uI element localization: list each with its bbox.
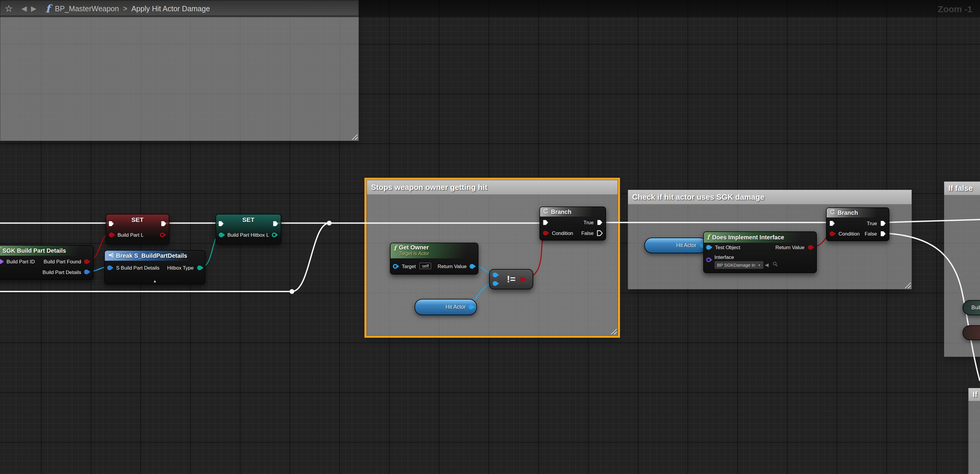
interface-select-value: BP SGKDamage In: [717, 262, 755, 268]
variable-label: Hit Actor: [676, 243, 696, 249]
reroute-dot: [327, 221, 332, 225]
struct-output-pin[interactable]: [84, 270, 89, 275]
node-hit-actor-variable[interactable]: Hit Actor: [415, 299, 477, 315]
node-title: Branch: [551, 209, 571, 215]
separator: [17, 3, 17, 14]
node-subtitle: Target is Actor: [399, 251, 429, 256]
pin-label: Interface: [714, 254, 734, 260]
pin-label: Condition: [838, 231, 860, 237]
node-title: Does Implement Interface: [712, 234, 784, 241]
bool-output-pin[interactable]: [160, 233, 165, 237]
branch-icon: [543, 208, 549, 215]
bool-output-pin[interactable]: [808, 245, 813, 250]
exec-false-pin[interactable]: [880, 230, 886, 237]
node-bu-variable-partial[interactable]: Bu: [963, 325, 980, 340]
pin-label: Return Value: [775, 245, 804, 251]
function-icon: f: [707, 234, 710, 241]
pin-label: False: [864, 231, 877, 237]
node-branch-2[interactable]: Branch True Condition False: [826, 207, 889, 241]
node-break-s-buildpartdetails[interactable]: Break S_BuildPartDetails S Build Part De…: [104, 250, 205, 284]
object-output-pin[interactable]: [469, 305, 473, 309]
node-set-build-part-l[interactable]: SET Build Part L: [106, 214, 169, 244]
bool-input-pin[interactable]: [109, 233, 114, 237]
struct-input-pin[interactable]: [107, 265, 112, 270]
exec-true-pin[interactable]: [880, 220, 886, 227]
collapse-arrow-icon[interactable]: ▲: [105, 279, 205, 283]
bool-output-pin[interactable]: [84, 259, 89, 264]
breadcrumb-bar: ☆ ◀ ▶ f BP_MasterWeapon > Apply Hit Acto…: [0, 0, 980, 17]
forward-arrow-icon[interactable]: ▶: [31, 5, 36, 12]
object-input-pin-b[interactable]: [493, 281, 497, 286]
function-icon: f: [393, 245, 396, 252]
pin-label: Test Object: [715, 245, 740, 251]
pin-label: Return Value: [438, 264, 467, 270]
node-does-implement-interface[interactable]: fDoes Implement Interface Test Object Re…: [703, 231, 817, 273]
enum-output-pin[interactable]: [272, 233, 277, 237]
node-title: Break S_BuildPartDetails: [116, 252, 187, 259]
bool-output-pin[interactable]: [520, 277, 525, 282]
pin-label: False: [581, 230, 593, 236]
blueprint-graph-canvas[interactable]: Stops weapon owner getting hit Check if …: [0, 0, 980, 474]
target-self-field[interactable]: self: [420, 263, 431, 269]
exec-in-pin[interactable]: [542, 219, 549, 226]
pin-label: Build Part Details: [43, 270, 81, 276]
back-arrow-icon[interactable]: ◀: [21, 5, 27, 12]
enum-output-pin[interactable]: [197, 265, 202, 270]
node-title: Get Owner: [399, 244, 429, 251]
object-target-pin[interactable]: [393, 264, 398, 269]
exec-in-pin[interactable]: [108, 220, 115, 227]
pin-label: Condition: [552, 230, 573, 236]
node-title: Branch: [838, 209, 858, 216]
node-title: SET: [216, 216, 281, 223]
pin-label: S Build Part Details: [116, 265, 159, 271]
exec-in-pin[interactable]: [218, 220, 224, 227]
node-build-variable-partial[interactable]: Build: [963, 300, 980, 315]
bool-condition-pin[interactable]: [830, 231, 834, 236]
node-set-build-part-hitbox-l[interactable]: SET Build Part Hitbox L: [216, 214, 281, 244]
object-input-pin[interactable]: [706, 245, 711, 250]
operator-symbol: !=: [507, 274, 515, 285]
variable-label: Build: [971, 305, 980, 311]
function-graph-icon: f: [46, 2, 50, 15]
enum-input-pin[interactable]: [219, 233, 224, 237]
pin-label: True: [867, 221, 877, 227]
node-hit-actor-variable-2[interactable]: Hit Actor: [644, 238, 708, 253]
reroute-dot: [290, 289, 294, 294]
exec-out-pin[interactable]: [272, 220, 279, 227]
breadcrumb-current[interactable]: Apply Hit Actor Damage: [132, 5, 210, 13]
pin-label: Hitbox Type: [167, 265, 194, 271]
bool-condition-pin[interactable]: [543, 231, 548, 236]
exec-false-pin[interactable]: [597, 230, 603, 236]
node-branch-1[interactable]: Branch True Condition False: [539, 206, 606, 241]
exec-true-pin[interactable]: [597, 219, 603, 226]
object-output-pin[interactable]: [469, 264, 474, 269]
pin-label: Build Part Found: [43, 259, 81, 265]
interface-select[interactable]: BP SGKDamage In ▼: [714, 261, 764, 269]
node-title: SGK Build Part Details: [2, 247, 66, 254]
zoom-level-label: Zoom -1: [938, 4, 972, 14]
chevron-down-icon: ▼: [758, 263, 761, 267]
break-struct-icon: [108, 252, 114, 260]
pin-label: True: [584, 220, 593, 226]
branch-icon: [830, 209, 835, 216]
exec-out-pin[interactable]: [161, 220, 167, 227]
object-input-pin-a[interactable]: [493, 273, 497, 277]
pin-label: Build Part L: [118, 232, 143, 238]
variable-label: Hit Actor: [445, 304, 466, 310]
pin-label: Build Part ID: [6, 259, 35, 265]
breadcrumb-root[interactable]: BP_MasterWeapon: [55, 5, 119, 13]
pin-label: Build Part Hitbox L: [228, 232, 269, 238]
node-get-owner[interactable]: f Get Owner Target is Actor Target self …: [390, 243, 479, 275]
breadcrumb-chevron-icon: >: [123, 5, 127, 13]
pin-label: Target: [402, 264, 416, 270]
name-input-pin[interactable]: [0, 259, 2, 264]
node-sgk-build-part-details[interactable]: fSGK Build Part Details Build Part ID Bu…: [0, 245, 94, 280]
reset-to-default-icon[interactable]: ◀: [765, 262, 768, 268]
browse-icon[interactable]: [772, 261, 778, 268]
node-title: SET: [106, 216, 169, 223]
exec-in-pin[interactable]: [829, 220, 835, 227]
interface-input-pin[interactable]: [706, 257, 711, 262]
favorite-star-icon[interactable]: ☆: [5, 4, 13, 13]
node-not-equal[interactable]: !=: [489, 269, 533, 289]
